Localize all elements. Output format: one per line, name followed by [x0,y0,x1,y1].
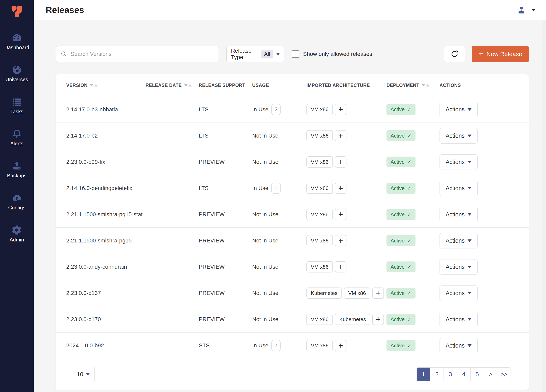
actions-button[interactable]: Actions [440,312,478,327]
column-header-version[interactable]: VERSION [66,83,145,88]
release-row[interactable]: 2024.1.0.0-b92STSIn Use7VM x86+Active✓Ac… [56,332,529,359]
deployment-cell: Active✓ [386,209,440,220]
deployment-status-label: Active [390,238,405,244]
architecture-chip: Kubernetes [335,314,370,325]
search-box[interactable] [56,46,219,62]
sidebar-item-universes[interactable]: Universes [0,65,34,83]
content: Release Type: All Show only allowed rele… [34,20,546,392]
actions-button[interactable]: Actions [440,233,478,248]
sort-icon[interactable] [422,84,429,86]
page-button-2[interactable]: 2 [430,368,443,381]
search-input[interactable] [71,51,214,57]
new-release-button[interactable]: + New Release [472,46,529,62]
actions-button[interactable]: Actions [440,128,478,144]
release-version: 2.23.0.0-b99-fix [66,159,145,165]
release-row[interactable]: 2.14.17.0-b2LTSNot in UseVM x86+Active✓A… [56,123,529,149]
refresh-button[interactable] [444,46,465,62]
release-row[interactable]: 2.23.0.0-b99-fixPREVIEWNot in UseVM x86+… [56,149,529,175]
next-page-button[interactable]: > [484,368,497,381]
release-row[interactable]: 2.21.1.1500-smishra-pg15-statPREVIEWNot … [56,201,529,228]
imported-architecture-cell: VM x86Kubernetes+ [306,314,386,325]
actions-button[interactable]: Actions [440,259,478,275]
chevron-down-icon [468,344,472,347]
checkbox[interactable] [292,50,299,58]
sort-icon[interactable] [90,84,98,86]
usage-cell: Not in Use [252,159,306,165]
column-header-usage: USAGE [252,83,306,88]
release-support: STS [199,342,252,349]
release-type-select[interactable]: Release Type: All [226,46,284,62]
usage-count-badge: 2 [271,104,281,115]
actions-button[interactable]: Actions [440,286,478,301]
actions-button-label: Actions [446,159,465,165]
architecture-chip: VM x86 [306,104,333,115]
actions-cell: Actions [440,207,518,222]
actions-button[interactable]: Actions [440,102,478,117]
column-header-label: IMPORTED ARCHITECTURE [306,83,370,88]
actions-cell: Actions [440,154,518,170]
add-architecture-button[interactable]: + [335,104,346,115]
page-button-4[interactable]: 4 [457,368,470,381]
deployment-cell: Active✓ [386,314,440,325]
add-architecture-button[interactable]: + [335,209,346,220]
deployment-status-label: Active [390,343,405,349]
column-header-imported-architecture: IMPORTED ARCHITECTURE [306,83,386,88]
add-architecture-button[interactable]: + [335,261,346,273]
column-header-release-date[interactable]: RELEASE DATE [145,83,199,88]
deployment-status-label: Active [390,290,405,296]
deployment-status-badge: Active✓ [386,157,416,167]
release-row[interactable]: 2.21.1.1500-smishra-pg15PREVIEWNot in Us… [56,228,529,254]
release-row[interactable]: 2.14.16.0-pendingdeletefixLTSIn Use1VM x… [56,175,529,201]
actions-button[interactable]: Actions [440,338,478,353]
user-menu[interactable] [517,5,538,15]
release-row[interactable]: 2.23.0.0-b170PREVIEWNot in UseVM x86Kube… [56,306,529,332]
page-button-5[interactable]: 5 [470,368,484,381]
sidebar-item-dashboard[interactable]: Dashboard [0,33,34,51]
release-row[interactable]: 2.23.0.0-b137PREVIEWNot in UseKubernetes… [56,280,529,306]
sidebar-item-backups[interactable]: Backups [0,161,34,179]
add-architecture-button[interactable]: + [335,340,346,351]
usage-cell: Not in Use [252,290,306,296]
release-version: 2.23.0.0-b170 [66,316,145,322]
usage-count-badge: 7 [271,340,281,351]
sidebar-item-tasks[interactable]: Tasks [0,97,34,115]
add-architecture-button[interactable]: + [372,314,384,325]
usage-cell: In Use2 [252,104,306,115]
actions-button[interactable]: Actions [440,207,478,222]
sort-icon[interactable] [184,84,192,86]
chevron-down-icon [468,266,472,268]
last-page-button[interactable]: >> [497,368,511,381]
sidebar-item-admin[interactable]: Admin [0,225,34,243]
add-architecture-button[interactable]: + [335,183,346,194]
column-header-label: ACTIONS [440,83,461,88]
release-row[interactable]: 2.23.0.0-andy-conndrainPREVIEWNot in Use… [56,254,529,280]
page-button-3[interactable]: 3 [443,368,457,381]
chevron-down-icon [468,318,472,320]
actions-button[interactable]: Actions [440,154,478,170]
actions-button[interactable]: Actions [440,181,478,196]
column-header-deployment[interactable]: DEPLOYMENT [386,83,440,88]
show-allowed-releases-toggle[interactable]: Show only allowed releases [292,50,372,58]
chevron-down-icon [468,187,472,189]
page-button-1[interactable]: 1 [417,368,430,381]
add-architecture-button[interactable]: + [335,156,346,168]
check-icon: ✓ [407,106,411,112]
yugabyte-logo[interactable] [10,5,24,19]
deployment-status-label: Active [390,106,405,112]
add-architecture-button[interactable]: + [335,130,346,141]
add-architecture-button[interactable]: + [335,235,346,246]
sidebar-item-configs[interactable]: Configs [0,193,34,211]
usage-label: In Use [252,185,268,191]
add-architecture-button[interactable]: + [372,287,384,299]
page-size-select[interactable]: 10 [72,366,95,382]
deployment-status-badge: Active✓ [386,314,416,325]
release-row[interactable]: 2.14.17.0-b3-nbhatiaLTSIn Use2VM x86+Act… [56,96,529,123]
scrollbar[interactable] [542,20,546,392]
column-header-label: VERSION [66,83,87,88]
deployment-cell: Active✓ [386,340,440,351]
sort-desc-icon [90,84,93,86]
deployment-cell: Active✓ [386,183,440,194]
release-version: 2.14.17.0-b2 [66,132,145,139]
check-icon: ✓ [407,159,411,165]
sidebar-item-alerts[interactable]: Alerts [0,129,34,147]
